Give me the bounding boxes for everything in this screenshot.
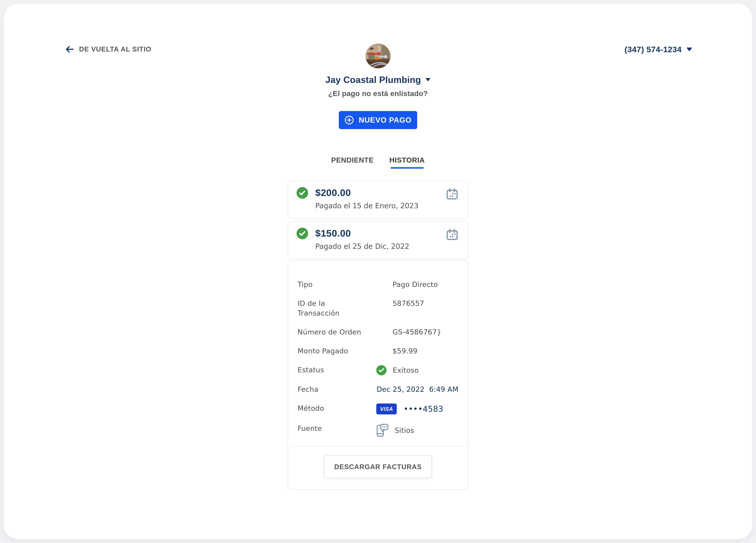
source-text: Sitios bbox=[395, 426, 414, 435]
business-name-dropdown[interactable]: Jay Coastal Plumbing bbox=[326, 74, 431, 85]
detail-label: Número de Orden bbox=[298, 327, 376, 337]
plus-circle-icon bbox=[344, 115, 354, 125]
detail-value-source: Sitios bbox=[376, 424, 458, 437]
detail-label: Monto Pagado bbox=[298, 346, 376, 356]
detail-row-order-number: Número de Orden GS-4586767} bbox=[298, 327, 458, 337]
visa-badge: VISA bbox=[376, 404, 397, 414]
payment-details: Tipo Pago Directo ID de la Transacción 5… bbox=[288, 260, 468, 446]
payment-card-150[interactable]: $150.00 Pagado el 25 de Dic, 2022 bbox=[288, 221, 468, 259]
detail-row-tipo: Tipo Pago Directo bbox=[298, 280, 458, 290]
page-background: DE VUELTA AL SITIO (347) 574-1234 bbox=[0, 0, 756, 543]
download-section: DESCARGAR FACTURAS bbox=[288, 446, 468, 489]
success-check-icon bbox=[376, 365, 387, 375]
download-invoices-button[interactable]: DESCARGAR FACTURAS bbox=[324, 455, 432, 478]
payment-amount: $150.00 bbox=[315, 228, 409, 239]
detail-row-status: Estatus Exitoso bbox=[298, 365, 458, 375]
plumber-photo bbox=[366, 43, 390, 68]
card-last-digits: ••••4583 bbox=[404, 404, 443, 414]
business-name: Jay Coastal Plumbing bbox=[326, 74, 421, 85]
detail-value: GS-4586767} bbox=[376, 327, 458, 337]
detail-value: 5876557 bbox=[376, 299, 458, 308]
payment-date-text: Pagado el 15 de Enero, 2023 bbox=[315, 201, 418, 210]
detail-value: Pago Directo bbox=[376, 280, 458, 290]
tab-pendiente[interactable]: PENDIENTE bbox=[331, 156, 374, 169]
detail-value-method: VISA ••••4583 bbox=[376, 404, 458, 414]
detail-value: $59.99 bbox=[376, 346, 458, 356]
success-check-icon bbox=[297, 187, 308, 199]
detail-row-amount-paid: Monto Pagado $59.99 bbox=[298, 346, 458, 356]
business-avatar bbox=[366, 43, 390, 68]
portal-panel: DE VUELTA AL SITIO (347) 574-1234 bbox=[4, 4, 752, 539]
detail-row-method: Método VISA ••••4583 bbox=[298, 404, 458, 414]
detail-label: Fecha bbox=[298, 385, 376, 394]
status-text: Exitoso bbox=[393, 366, 419, 375]
detail-row-transaction-id: ID de la Transacción 5876557 bbox=[298, 299, 458, 318]
new-payment-button[interactable]: NUEVO PAGO bbox=[339, 111, 417, 129]
detail-label: Estatus bbox=[298, 365, 376, 375]
chevron-down-icon bbox=[425, 78, 430, 81]
success-check-icon bbox=[297, 228, 308, 239]
payment-details-panel: Tipo Pago Directo ID de la Transacción 5… bbox=[288, 260, 468, 490]
payment-list: $200.00 Pagado el 15 de Enero, 2023 bbox=[288, 180, 468, 490]
payment-amount: $200.00 bbox=[315, 187, 418, 198]
tab-historia[interactable]: HISTORIA bbox=[389, 156, 425, 169]
main-column: Jay Coastal Plumbing ¿El pago no está en… bbox=[4, 43, 752, 490]
new-payment-label: NUEVO PAGO bbox=[359, 116, 412, 124]
detail-label: ID de la Transacción bbox=[298, 299, 376, 318]
detail-row-source: Fuente bbox=[298, 424, 458, 437]
detail-label: Fuente bbox=[298, 424, 376, 433]
detail-row-date: Fecha Dec 25, 2022 6:49 AM bbox=[298, 385, 458, 394]
tab-bar: PENDIENTE HISTORIA bbox=[331, 156, 425, 169]
payment-card-200[interactable]: $200.00 Pagado el 15 de Enero, 2023 bbox=[288, 180, 468, 218]
calendar-icon bbox=[446, 229, 458, 240]
detail-label: Tipo bbox=[298, 280, 376, 290]
payment-info: $200.00 Pagado el 15 de Enero, 2023 bbox=[315, 187, 418, 210]
device-chat-icon bbox=[376, 424, 389, 437]
payment-info: $150.00 Pagado el 25 de Dic, 2022 bbox=[315, 228, 409, 251]
detail-value-date: Dec 25, 2022 6:49 AM bbox=[376, 385, 458, 394]
payment-date-text: Pagado el 25 de Dic, 2022 bbox=[315, 242, 409, 251]
detail-value-status: Exitoso bbox=[376, 365, 458, 375]
detail-label: Método bbox=[298, 404, 376, 413]
payment-not-listed-text: ¿El pago no está enlistado? bbox=[328, 89, 428, 98]
calendar-icon bbox=[446, 188, 458, 200]
